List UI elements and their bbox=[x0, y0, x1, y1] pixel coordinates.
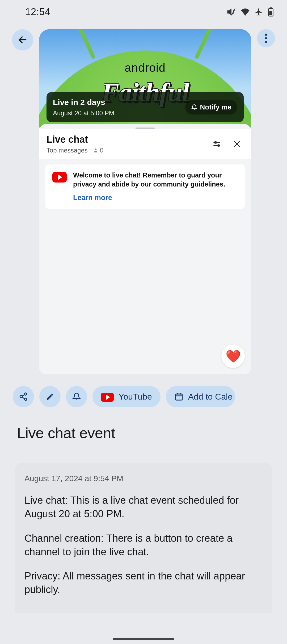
edit-button[interactable] bbox=[39, 386, 61, 407]
home-indicator[interactable] bbox=[113, 638, 174, 640]
notify-me-button[interactable]: Notify me bbox=[185, 100, 237, 115]
main-container: android Faithful Live in 2 days August 2… bbox=[5, 24, 282, 613]
battery-icon bbox=[268, 7, 274, 16]
youtube-icon bbox=[52, 172, 67, 183]
svg-point-17 bbox=[24, 398, 27, 401]
share-button[interactable] bbox=[13, 386, 34, 407]
volume-muted-icon bbox=[227, 7, 236, 16]
live-datetime: August 20 at 5:00 PM bbox=[53, 109, 114, 117]
status-icons bbox=[227, 7, 274, 16]
heart-icon: ❤️ bbox=[226, 349, 241, 363]
chat-welcome-card: Welcome to live chat! Remember to guard … bbox=[45, 164, 245, 209]
overflow-menu-button[interactable] bbox=[257, 29, 275, 47]
pencil-icon bbox=[46, 392, 54, 401]
calendar-label: Add to Cale bbox=[188, 392, 233, 402]
chat-filter-label[interactable]: Top messages bbox=[47, 147, 88, 154]
notify-me-label: Notify me bbox=[200, 103, 231, 111]
status-bar: 12:54 bbox=[0, 0, 287, 24]
top-row: android Faithful Live in 2 days August 2… bbox=[5, 29, 282, 374]
svg-point-12 bbox=[265, 34, 267, 36]
svg-point-14 bbox=[265, 41, 267, 43]
learn-more-link[interactable]: Learn more bbox=[73, 194, 238, 202]
note-card: August 17, 2024 at 9:54 PM Live chat: Th… bbox=[15, 463, 272, 613]
airplane-mode-icon bbox=[255, 8, 263, 16]
svg-rect-20 bbox=[175, 394, 182, 400]
close-icon bbox=[233, 139, 242, 149]
svg-point-13 bbox=[265, 37, 267, 39]
svg-point-16 bbox=[20, 396, 22, 398]
chat-title: Live chat bbox=[47, 134, 103, 145]
chat-welcome-text: Welcome to live chat! Remember to guard … bbox=[73, 171, 238, 189]
hero-brand-top: android bbox=[39, 61, 251, 74]
svg-point-5 bbox=[95, 149, 96, 150]
svg-line-18 bbox=[22, 395, 25, 396]
chat-viewer-count: 0 bbox=[100, 147, 103, 154]
bell-icon bbox=[191, 104, 197, 111]
note-body: Live chat: This is a live chat event sch… bbox=[24, 494, 263, 597]
heart-react-button[interactable]: ❤️ bbox=[221, 345, 245, 368]
svg-rect-9 bbox=[218, 145, 219, 146]
note-date: August 17, 2024 at 9:54 PM bbox=[24, 474, 263, 483]
live-countdown-title: Live in 2 days bbox=[53, 97, 114, 108]
youtube-label: YouTube bbox=[119, 392, 152, 402]
live-chat-panel: Live chat Top messages 0 bbox=[39, 124, 251, 374]
svg-rect-3 bbox=[269, 11, 272, 15]
svg-rect-2 bbox=[270, 7, 272, 9]
svg-point-15 bbox=[24, 393, 27, 395]
share-icon bbox=[19, 392, 28, 401]
chat-viewers: 0 bbox=[93, 147, 103, 154]
back-button[interactable] bbox=[12, 29, 33, 50]
note-p2: Channel creation: There is a button to c… bbox=[24, 532, 263, 559]
sliders-icon bbox=[212, 139, 221, 149]
more-vert-icon bbox=[265, 33, 267, 43]
video-card: android Faithful Live in 2 days August 2… bbox=[39, 29, 251, 374]
video-hero[interactable]: android Faithful Live in 2 days August 2… bbox=[39, 29, 251, 128]
chat-header: Live chat Top messages 0 bbox=[39, 129, 251, 159]
calendar-icon bbox=[174, 392, 183, 401]
youtube-button[interactable]: YouTube bbox=[92, 386, 161, 407]
chat-close-button[interactable] bbox=[233, 139, 242, 149]
youtube-icon bbox=[101, 393, 114, 402]
notify-button[interactable] bbox=[66, 386, 87, 407]
svg-rect-8 bbox=[215, 142, 216, 143]
action-row: YouTube Add to Cale bbox=[5, 374, 282, 407]
svg-line-19 bbox=[22, 397, 25, 399]
chat-body: Welcome to live chat! Remember to guard … bbox=[39, 159, 251, 374]
wifi-icon bbox=[241, 8, 250, 16]
page-title: Live chat event bbox=[5, 407, 282, 444]
note-p1: Live chat: This is a live chat event sch… bbox=[24, 494, 263, 521]
chat-settings-button[interactable] bbox=[212, 139, 221, 149]
bell-icon bbox=[72, 392, 81, 401]
add-to-calendar-button[interactable]: Add to Cale bbox=[166, 386, 235, 407]
live-info-bar: Live in 2 days August 20 at 5:00 PM Noti… bbox=[47, 92, 244, 122]
status-time: 12:54 bbox=[25, 6, 50, 18]
person-icon bbox=[93, 148, 98, 153]
svg-line-0 bbox=[231, 9, 235, 15]
note-p3: Privacy: All messages sent in the chat w… bbox=[24, 569, 263, 597]
